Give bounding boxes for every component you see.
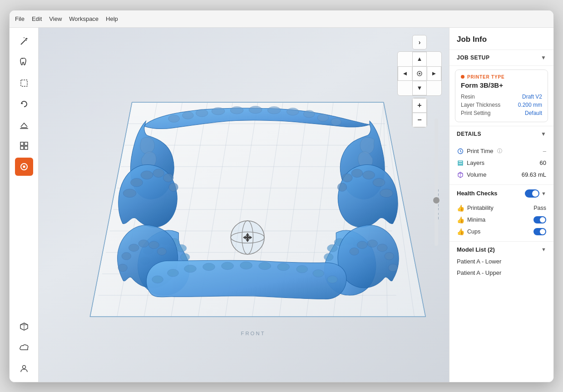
minima-label: Minima bbox=[467, 217, 485, 223]
svg-point-90 bbox=[138, 239, 149, 247]
svg-point-106 bbox=[277, 263, 290, 270]
zoom-out-button[interactable]: − bbox=[412, 113, 427, 127]
volume-icon bbox=[457, 171, 464, 179]
job-setup-label: JOB SETUP bbox=[457, 55, 490, 61]
svg-point-69 bbox=[363, 171, 375, 179]
print-time-info-icon: ⓘ bbox=[497, 148, 502, 154]
print-setting-row: Print Setting Default bbox=[461, 109, 542, 117]
layers-icon bbox=[457, 159, 464, 167]
cloud-icon[interactable] bbox=[15, 338, 33, 357]
layer-slider-thumb[interactable] bbox=[433, 197, 440, 203]
model-item-patient-a-upper[interactable]: Patient A - Upper bbox=[457, 267, 546, 278]
health-checks-title: Health Checks bbox=[457, 190, 498, 197]
svg-point-55 bbox=[249, 106, 262, 113]
svg-point-2 bbox=[26, 38, 27, 39]
health-toggle-area[interactable]: ▼ bbox=[525, 189, 546, 198]
details-section-header[interactable]: DETAILS ▼ bbox=[449, 126, 553, 142]
minima-row: 👍 Minima bbox=[457, 214, 546, 226]
layer-thickness-value[interactable]: 0.200 mm bbox=[518, 102, 542, 108]
svg-point-98 bbox=[350, 248, 359, 255]
menu-file[interactable]: File bbox=[15, 15, 25, 22]
magic-wand-icon[interactable] bbox=[15, 32, 33, 50]
grid-icon[interactable] bbox=[15, 137, 33, 155]
svg-rect-12 bbox=[20, 146, 24, 149]
cups-thumb-icon: 👍 bbox=[457, 228, 464, 235]
zoom-in-button[interactable]: + bbox=[412, 98, 427, 113]
cups-row: 👍 Cups bbox=[457, 226, 546, 238]
cube-icon[interactable] bbox=[15, 318, 33, 336]
print-time-value: – bbox=[543, 148, 546, 154]
layers-label: Layers bbox=[467, 159, 484, 166]
model-item-patient-a-lower[interactable]: Patient A - Lower bbox=[457, 256, 546, 267]
svg-point-61 bbox=[123, 189, 136, 197]
cups-label: Cups bbox=[467, 228, 480, 235]
svg-line-119 bbox=[460, 151, 462, 152]
print-time-row: Print Time ⓘ – bbox=[457, 145, 546, 157]
svg-point-105 bbox=[259, 262, 271, 269]
volume-value: 69.63 mL bbox=[522, 171, 546, 178]
svg-point-89 bbox=[129, 244, 139, 251]
expand-panel-button[interactable]: › bbox=[412, 35, 427, 50]
svg-point-72 bbox=[337, 183, 347, 191]
details-label: DETAILS bbox=[457, 131, 481, 137]
layer-thickness-label: Layer Thickness bbox=[461, 102, 500, 108]
svg-point-65 bbox=[163, 174, 173, 182]
platform-icon[interactable] bbox=[15, 116, 33, 134]
svg-point-101 bbox=[184, 265, 197, 272]
menu-workspace[interactable]: Workspace bbox=[69, 15, 99, 22]
svg-line-0 bbox=[21, 40, 25, 45]
nav-right-button[interactable]: ► bbox=[427, 66, 441, 81]
svg-point-93 bbox=[388, 264, 398, 271]
svg-point-99 bbox=[152, 276, 163, 283]
svg-point-91 bbox=[149, 241, 159, 248]
health-rows: 👍 Printability Pass 👍 Minima 👍 Cups bbox=[449, 202, 553, 241]
printability-thumb-icon: 👍 bbox=[457, 204, 464, 212]
svg-point-57 bbox=[286, 108, 299, 115]
layer-thickness-row: Layer Thickness 0.200 mm bbox=[461, 101, 542, 109]
svg-point-50 bbox=[168, 114, 180, 122]
nav-up-button[interactable]: ▲ bbox=[412, 52, 427, 66]
svg-point-60 bbox=[331, 118, 341, 125]
menu-help[interactable]: Help bbox=[106, 15, 118, 22]
svg-point-78 bbox=[176, 244, 187, 252]
selection-icon[interactable] bbox=[15, 74, 33, 92]
printability-label: Printability bbox=[467, 205, 494, 211]
svg-point-59 bbox=[317, 114, 329, 121]
svg-point-18 bbox=[22, 365, 25, 368]
printer-type-label: PRINTER TYPE bbox=[461, 74, 542, 79]
tooth-icon[interactable] bbox=[15, 53, 33, 71]
svg-point-56 bbox=[267, 106, 281, 114]
nav-down-button[interactable]: ▼ bbox=[412, 81, 427, 95]
record-icon[interactable] bbox=[15, 158, 33, 176]
cups-toggle[interactable] bbox=[533, 228, 546, 235]
nav-left-button[interactable]: ◄ bbox=[398, 66, 412, 81]
svg-point-109 bbox=[327, 276, 338, 283]
print-setting-value[interactable]: Default bbox=[525, 110, 542, 116]
printability-row: 👍 Printability Pass bbox=[457, 202, 546, 214]
svg-point-96 bbox=[367, 239, 378, 247]
nav-center-button[interactable] bbox=[412, 66, 427, 81]
volume-row: Volume 69.63 mL bbox=[457, 169, 546, 181]
undo-icon[interactable] bbox=[15, 95, 33, 113]
svg-point-108 bbox=[313, 269, 324, 277]
health-checks-header: Health Checks ▼ bbox=[449, 185, 553, 202]
printability-value: Pass bbox=[533, 205, 546, 211]
health-checks-toggle[interactable] bbox=[525, 189, 539, 198]
svg-point-87 bbox=[118, 264, 128, 271]
svg-point-95 bbox=[377, 244, 388, 251]
job-setup-section-header[interactable]: JOB SETUP ▼ bbox=[449, 50, 553, 65]
svg-point-58 bbox=[303, 110, 315, 117]
viewport[interactable]: FRONT BED EDGE bbox=[39, 28, 449, 382]
svg-point-92 bbox=[157, 248, 167, 255]
resin-value[interactable]: Draft V2 bbox=[522, 94, 542, 100]
menu-edit[interactable]: Edit bbox=[32, 15, 42, 22]
menu-bar: File Edit View Workspace Help bbox=[15, 15, 118, 22]
svg-point-66 bbox=[169, 183, 178, 191]
svg-point-64 bbox=[153, 169, 164, 177]
model-items: Patient A - Lower Patient A - Upper bbox=[449, 256, 553, 286]
model-list-header[interactable]: Model List (2) ▼ bbox=[449, 242, 553, 256]
user-icon[interactable] bbox=[15, 359, 33, 377]
minima-toggle[interactable] bbox=[533, 216, 546, 223]
menu-view[interactable]: View bbox=[49, 15, 62, 22]
right-panel: Job Info JOB SETUP ▼ PRINTER TYPE Form 3… bbox=[449, 28, 553, 382]
